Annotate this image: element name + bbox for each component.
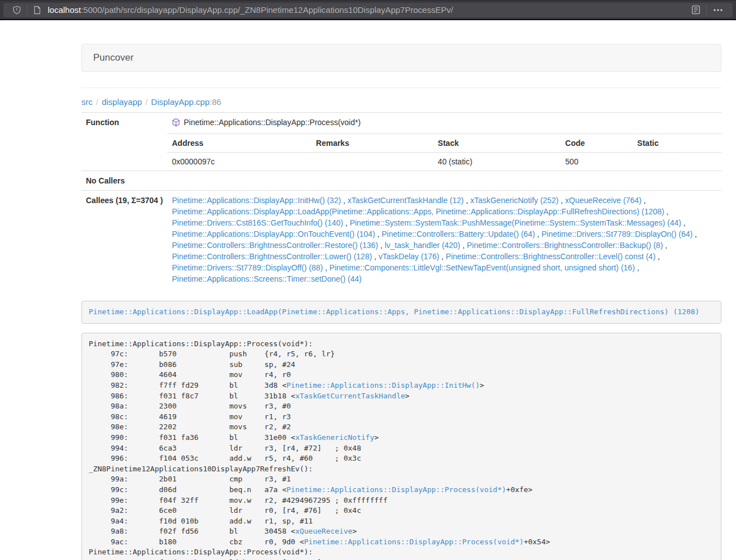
callee-separator: , — [663, 241, 668, 250]
asm-symbol-link[interactable]: xTaskGenericNotify — [295, 433, 374, 442]
callee-link[interactable]: Pinetime::Components::LittleVgl::SetNewT… — [330, 263, 635, 272]
stat-static — [633, 153, 721, 171]
header-divider — [81, 88, 721, 88]
callees-row: Callees (19, Σ=3704 ) Pinetime::Applicat… — [81, 191, 721, 289]
reader-mode-icon[interactable] — [688, 5, 704, 15]
callee-link[interactable]: xQueueReceive (764) — [565, 196, 642, 205]
callee-separator: , — [642, 196, 646, 205]
callee-link[interactable]: lv_task_handler (420) — [385, 241, 460, 250]
callee-link[interactable]: Pinetime::Applications::DisplayApp::Load… — [172, 207, 664, 216]
callee-link[interactable]: xTaskGenericNotify (252) — [470, 196, 559, 205]
loadapp-link[interactable]: Pinetime::Applications::DisplayApp::Load… — [89, 307, 700, 316]
callee-separator: , — [343, 218, 350, 227]
stats-data-row: 0x0000097c40 (static)500 — [167, 153, 721, 171]
callee-link[interactable]: Pinetime::Controllers::Battery::Update()… — [382, 229, 535, 238]
callers-cell — [167, 171, 721, 191]
page-container: Puncover src/displayapp/DisplayApp.cpp:8… — [81, 44, 721, 560]
function-row: Function Pinetime::Applications::Display… — [81, 113, 721, 134]
column-header-address: Address — [167, 134, 312, 153]
callee-link[interactable]: Pinetime::Controllers::BrightnessControl… — [446, 252, 655, 261]
callee-link[interactable]: Pinetime::Drivers::Cst816S::GetTouchInfo… — [172, 218, 343, 227]
callee-separator: , — [693, 229, 697, 238]
callers-row: No Callers — [81, 171, 721, 191]
function-name: Pinetime::Applications::DisplayApp::Proc… — [184, 118, 360, 127]
callee-separator: , — [378, 241, 385, 250]
callee-separator: , — [372, 252, 379, 261]
column-header-code: Code — [561, 134, 633, 153]
callee-link[interactable]: Pinetime::System::SystemTask::PushMessag… — [350, 218, 682, 227]
column-header-static: Static — [633, 134, 721, 153]
function-table: Function Pinetime::Applications::Display… — [81, 112, 721, 288]
breadcrumb-line-number: :86 — [209, 97, 221, 107]
callees-list: Pinetime::Applications::DisplayApp::Init… — [167, 191, 721, 289]
assembly-listing: Pinetime::Applications::DisplayApp::Proc… — [81, 333, 721, 560]
shield-icon[interactable] — [9, 6, 25, 15]
toolbar-divider — [706, 5, 707, 15]
breadcrumb-separator: / — [93, 97, 102, 107]
asm-symbol-link[interactable]: Pinetime::Applications::DisplayApp::Proc… — [286, 485, 506, 494]
callee-link[interactable]: Pinetime::Applications::DisplayApp::Init… — [172, 196, 341, 205]
column-header-remarks: Remarks — [312, 134, 433, 153]
callee-link[interactable]: Pinetime::Applications::Screens::Timer::… — [172, 274, 362, 283]
callee-separator: , — [681, 218, 685, 227]
callee-separator: , — [323, 263, 330, 272]
menu-dots-icon[interactable] — [709, 6, 727, 15]
url-bar-divider — [27, 5, 28, 15]
breadcrumb-separator: / — [142, 97, 151, 107]
breadcrumb-link[interactable]: src — [81, 97, 93, 107]
column-header-stack: Stack — [433, 134, 561, 153]
asm-symbol-link[interactable]: Pinetime::Applications::DisplayApp::Init… — [286, 381, 479, 389]
callee-separator: , — [341, 196, 348, 205]
callee-link[interactable]: Pinetime::Controllers::BrightnessControl… — [172, 252, 372, 261]
asm-symbol-link[interactable]: xQueueReceive — [295, 527, 353, 535]
callee-separator: , — [460, 241, 467, 250]
page-info-icon[interactable] — [30, 6, 44, 15]
stat-remarks — [312, 153, 433, 171]
url-path: :5000/path/src/displayapp/DisplayApp.cpp… — [81, 5, 453, 15]
callee-separator: , — [656, 252, 660, 261]
callee-separator: , — [375, 229, 382, 238]
asm-symbol-link[interactable]: xTaskGetCurrentTaskHandle — [295, 392, 405, 400]
breadcrumb-link[interactable]: displayapp — [102, 97, 142, 107]
function-stats-table: AddressRemarksStackCodeStatic 0x0000097c… — [167, 134, 721, 171]
callee-separator: , — [464, 196, 470, 205]
breadcrumb-link[interactable]: DisplayApp.cpp — [151, 97, 209, 107]
url-host: localhost — [48, 5, 81, 15]
callee-link[interactable]: xTaskGetCurrentTaskHandle (12) — [348, 196, 464, 205]
callee-separator: , — [635, 263, 639, 272]
function-row-label: Function — [81, 113, 167, 171]
callee-link[interactable]: Pinetime::Drivers::St7789::DisplayOn() (… — [542, 229, 693, 238]
callee-separator: , — [439, 252, 446, 261]
callee-link[interactable]: Pinetime::Controllers::BrightnessControl… — [467, 241, 662, 250]
callee-separator: , — [664, 207, 669, 216]
highlighted-symbol-block: Pinetime::Applications::DisplayApp::Load… — [81, 301, 721, 324]
callees-label: Callees (19, Σ=3704 ) — [81, 191, 167, 289]
url-text[interactable]: localhost:5000/path/src/displayapp/Displ… — [48, 5, 688, 15]
page-title: Puncover — [93, 52, 134, 63]
breadcrumb: src/displayapp/DisplayApp.cpp:86 — [81, 97, 721, 107]
stats-header-row: AddressRemarksStackCodeStatic — [167, 134, 721, 153]
callee-separator: , — [559, 196, 565, 205]
stat-code: 500 — [561, 153, 633, 171]
callee-link[interactable]: Pinetime::Drivers::St7789::DisplayOff() … — [172, 263, 323, 272]
stat-address: 0x0000097c — [167, 153, 312, 171]
app-header: Puncover — [81, 44, 721, 72]
stat-stack: 40 (static) — [433, 153, 561, 171]
stats-row: AddressRemarksStackCodeStatic 0x0000097c… — [81, 134, 721, 171]
no-callers-label: No Callers — [81, 171, 167, 191]
callee-link[interactable]: vTaskDelay (176) — [378, 252, 439, 261]
callee-link[interactable]: Pinetime::Applications::DisplayApp::OnTo… — [172, 229, 375, 238]
url-bar[interactable]: localhost:5000/path/src/displayapp/Displ… — [3, 3, 733, 17]
browser-bar: localhost:5000/path/src/displayapp/Displ… — [0, 0, 736, 20]
callee-separator: , — [535, 229, 542, 238]
cube-icon — [172, 118, 180, 130]
asm-symbol-link[interactable]: Pinetime::Applications::DisplayApp::Proc… — [304, 538, 524, 546]
callee-link[interactable]: Pinetime::Controllers::BrightnessControl… — [172, 241, 378, 250]
